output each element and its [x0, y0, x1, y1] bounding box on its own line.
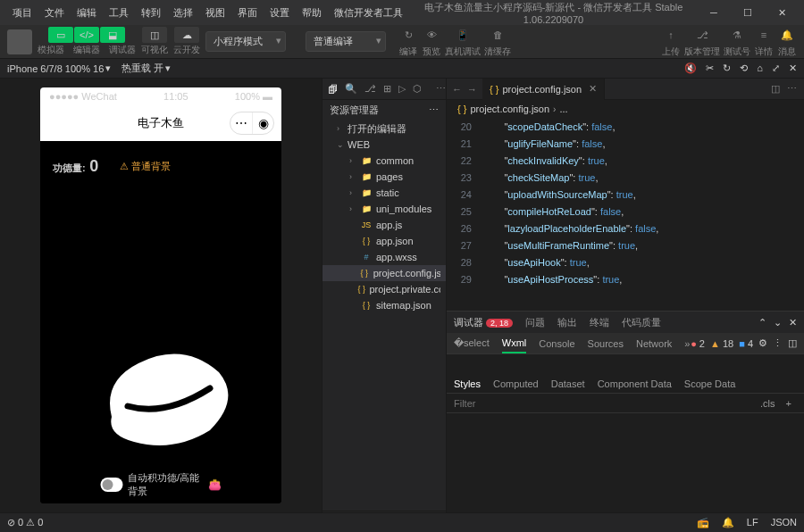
mute-icon[interactable]: 🔇	[684, 62, 697, 74]
breadcrumb[interactable]: { }project.config.json › ...	[447, 100, 804, 118]
back-icon[interactable]: ⟲	[740, 62, 748, 74]
raction-测试号[interactable]: ⚗	[727, 25, 747, 45]
cloud-toggle[interactable]: ☁	[174, 27, 199, 43]
raction-上传[interactable]: ↑	[661, 25, 681, 45]
debugger-toggle[interactable]: ⬓	[100, 27, 125, 43]
action-编译[interactable]: ↻	[398, 25, 418, 45]
file-sitemap.json[interactable]: { }sitemap.json	[322, 297, 446, 313]
file-app.wxss[interactable]: #app.wxss	[322, 249, 446, 265]
devtool-tab-console[interactable]: Console	[539, 335, 574, 353]
avatar[interactable]	[7, 29, 32, 54]
menu-转到[interactable]: 转到	[136, 3, 166, 23]
component-data-tab[interactable]: Component Data	[598, 378, 672, 389]
home-icon[interactable]: ⌂	[757, 62, 763, 74]
menu-帮助[interactable]: 帮助	[297, 3, 327, 23]
menu-编辑[interactable]: 编辑	[71, 3, 102, 23]
debugger-tab-terminal[interactable]: 终端	[590, 316, 609, 329]
debugger-tab-problems[interactable]: 问题	[525, 316, 545, 329]
capsule-menu[interactable]: ⋯	[230, 112, 252, 134]
status-broadcast-icon[interactable]: 📻	[697, 517, 709, 528]
action-清缓存[interactable]: 🗑	[488, 25, 507, 45]
devtool-tab-sources[interactable]: Sources	[588, 335, 624, 353]
capsule-close[interactable]: ◉	[252, 112, 273, 134]
explorer-menu-icon[interactable]: ⋯	[429, 104, 439, 116]
scope-data-tab[interactable]: Scope Data	[684, 378, 735, 389]
folder-static[interactable]: ›📁static	[322, 185, 446, 201]
devtool-settings-icon[interactable]: ⚙	[758, 337, 767, 349]
explorer-tab-git[interactable]: ⎇	[364, 83, 376, 95]
explorer-tab-search[interactable]: 🔍	[345, 83, 357, 95]
rotate-icon[interactable]: ↻	[723, 62, 731, 74]
editor-toggle[interactable]: </>	[74, 27, 99, 43]
explorer-more[interactable]: ⋯	[436, 83, 446, 95]
menu-视图[interactable]: 视图	[200, 3, 230, 23]
file-project.config.json[interactable]: { }project.config.json	[322, 265, 446, 281]
background-tag[interactable]: ⚠ 普通背景	[120, 160, 171, 173]
cls-toggle[interactable]: .cls	[755, 398, 781, 409]
debugger-tab-main[interactable]: 调试器 2, 18	[454, 316, 513, 329]
add-rule-icon[interactable]: +	[781, 398, 797, 409]
code-area[interactable]: 20 "scopeDataCheck": false,21 "uglifyFil…	[447, 118, 804, 311]
file-app.json[interactable]: { }app.json	[322, 233, 446, 249]
phone-content[interactable]: 功德量: 0 ⚠ 普通背景 自动积功德/高能背景 👛	[40, 141, 281, 503]
filter-input[interactable]	[454, 398, 755, 409]
file-app.js[interactable]: JSapp.js	[322, 217, 446, 233]
devtool-tab-more[interactable]: »	[684, 335, 690, 353]
file-project.private.config.js...[interactable]: { }project.private.config.js...	[322, 281, 446, 297]
folder-pages[interactable]: ›📁pages	[322, 169, 446, 185]
explorer-tab-cloud[interactable]: ⬡	[413, 83, 422, 95]
mode-select[interactable]: 小程序模式	[205, 31, 286, 52]
devtool-tab-network[interactable]: Network	[636, 335, 672, 353]
close-button[interactable]: ✕	[766, 2, 797, 23]
go-fwd-icon[interactable]: →	[467, 84, 477, 95]
auto-merit-toggle[interactable]: 自动积功德/高能背景 👛	[101, 471, 222, 498]
editor-more-icon[interactable]: ⋯	[787, 83, 797, 95]
explorer-section-web[interactable]: ⌄WEB	[322, 137, 446, 153]
info-count[interactable]: ■ 4	[739, 338, 753, 349]
tab-close-icon[interactable]: ✕	[589, 83, 597, 95]
menu-文件[interactable]: 文件	[39, 3, 70, 23]
status-bell-icon[interactable]: 🔔	[722, 517, 734, 528]
debugger-tab-output[interactable]: 输出	[557, 316, 577, 329]
explorer-tab-files[interactable]: 🗐	[328, 84, 338, 95]
devtool-dock-icon[interactable]: ◫	[788, 337, 797, 349]
muyu-image[interactable]	[85, 337, 237, 453]
warning-count[interactable]: ▲ 18	[710, 338, 733, 349]
debugger-collapse-icon[interactable]: ⌃	[758, 317, 766, 328]
maximize-button[interactable]: ☐	[733, 2, 763, 23]
devtool-menu-icon[interactable]: ⋮	[773, 337, 783, 349]
close-sim-icon[interactable]: ✕	[789, 62, 797, 74]
explorer-section-editors[interactable]: ›打开的编辑器	[322, 121, 446, 137]
devtool-tab-wxml[interactable]: Wxml	[502, 334, 527, 353]
split-icon[interactable]: ◫	[771, 83, 780, 95]
menu-选择[interactable]: 选择	[168, 3, 198, 23]
error-count[interactable]: ● 2	[691, 338, 705, 349]
devtool-inspect-icon[interactable]: �select	[454, 334, 490, 353]
styles-tab[interactable]: Styles	[454, 378, 481, 389]
action-预览[interactable]: 👁	[422, 25, 441, 45]
compile-select[interactable]: 普通编译	[306, 31, 386, 52]
minimize-button[interactable]: ─	[699, 2, 729, 23]
toggle-switch[interactable]	[101, 478, 123, 492]
menu-微信开发者工具[interactable]: 微信开发者工具	[329, 3, 408, 23]
device-info[interactable]: iPhone 6/7/8 100% 16	[7, 63, 104, 74]
menu-工具[interactable]: 工具	[104, 3, 134, 23]
cut-icon[interactable]: ✂	[706, 62, 714, 74]
debugger-tab-quality[interactable]: 代码质量	[622, 316, 661, 329]
status-eol[interactable]: LF	[747, 517, 758, 528]
computed-tab[interactable]: Computed	[493, 378, 539, 389]
menu-设置[interactable]: 设置	[264, 3, 295, 23]
debugger-close-icon[interactable]: ✕	[789, 317, 797, 328]
simulator-toggle[interactable]: ▭	[48, 27, 73, 43]
visual-toggle[interactable]: ◫	[142, 27, 167, 43]
dataset-tab[interactable]: Dataset	[551, 378, 585, 389]
raction-版本管理[interactable]: ⎇	[692, 25, 712, 45]
hot-reload-label[interactable]: 热重载 开	[121, 62, 163, 75]
status-problems[interactable]: ⊘ 0 ⚠ 0	[7, 517, 43, 528]
explorer-tab-play[interactable]: ▷	[398, 83, 406, 95]
menu-项目[interactable]: 项目	[7, 3, 38, 23]
go-back-icon[interactable]: ←	[452, 84, 462, 95]
debugger-expand-icon[interactable]: ⌄	[774, 317, 782, 328]
popout-icon[interactable]: ⤢	[772, 62, 780, 74]
editor-tab[interactable]: { } project.config.json ✕	[482, 79, 605, 100]
